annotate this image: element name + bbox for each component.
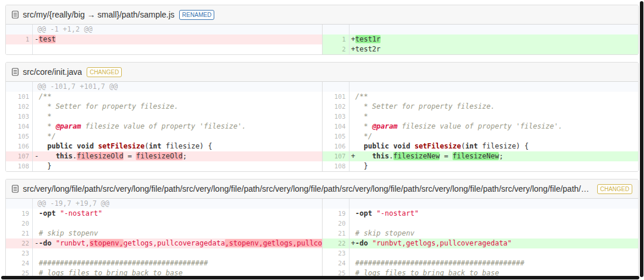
code-segment: filesizeNew [453,152,499,160]
line-number: 102 [6,102,33,112]
diff-row: 105 */ [323,132,639,141]
file-diff-panel: src/core/init.javaCHANGED@@ -101,7 +101,… [5,62,639,172]
code-segment: # skip stopenv [39,229,98,237]
code-line: # skip stopenv [350,229,639,238]
code-segment: filesize) { [162,142,213,150]
code-segment: "runbvt, [56,239,90,247]
code-segment: ( [461,142,465,150]
diff-left-pane: @@ -19,7 +19,7 @@19 -opt "-nostart"2021 … [6,199,322,278]
diff-row: 21 # skip stopenv [323,229,639,238]
line-number: 24 [6,258,33,268]
line-number: 22 [6,238,33,248]
line-number: 103 [323,112,350,122]
code-segment [389,142,393,150]
code-segment [351,259,355,267]
diff-right-pane: 19 -opt "-nostart"2021 # skip stopenv22+… [322,199,639,278]
file-header: src/very/long/file/path/src/very/long/fi… [6,179,638,199]
code-segment: "-nostart" [60,209,102,217]
line-number: 106 [323,141,350,151]
code-segment: . [389,152,393,160]
file-name: src/my/{really/big → small}/path/sample.… [23,10,174,19]
file-diff-panel: src/very/long/file/path/src/very/long/fi… [5,179,639,279]
horizontal-scrollbar[interactable] [1,276,639,279]
code-segment: int [149,142,162,150]
code-line: */ [350,132,639,141]
line-number [6,44,33,54]
line-number [6,82,33,92]
file-diff-panel: src/my/{really/big → small}/path/sample.… [5,5,639,55]
code-line: * [33,112,322,122]
code-segment: filesize value of property 'filesize'. [398,122,563,130]
code-segment: -opt [355,209,372,217]
code-segment: "-nostart" [376,209,419,217]
code-line: -opt "-nostart" [33,209,322,219]
code-line: /** [350,92,639,102]
diff-row: 107+ this.filesizeNew = filesizeNew; [323,151,639,161]
code-segment: this [372,152,389,160]
diff-row [323,199,639,209]
code-line [350,248,639,258]
diff-body: @@ -19,7 +19,7 @@19 -opt "-nostart"2021 … [6,199,638,278]
vertical-scrollbar[interactable] [640,1,643,277]
code-segment: */ [351,132,372,140]
file-icon [12,185,19,193]
code-segment: public [364,142,389,150]
code-line: public void setFilesize(int filesize) { [33,141,322,151]
code-segment [351,209,355,217]
file-status-badge: CHANGED [597,184,632,194]
code-segment: test [39,35,56,43]
line-number: 23 [323,248,350,258]
diff-row [6,44,322,54]
code-line: } [350,161,639,171]
hunk-header [350,82,639,92]
code-segment: filesizeOld [136,152,182,160]
line-number: 104 [6,122,33,132]
code-segment [351,229,355,237]
code-line: --do "runbvt,stopenv,getlogs,pullcoverag… [33,238,322,248]
diff-right-pane: 1+test1r2+test2r [322,25,639,54]
code-line: -test [33,34,322,44]
line-number: 23 [6,248,33,258]
code-segment: void [393,142,410,150]
line-number: 101 [323,92,350,102]
file-status-badge: RENAMED [179,10,214,20]
code-line: - this.filesizeOld = filesizeOld; [33,151,322,161]
line-number: 107 [6,151,33,161]
diff-body: @@ -101,7 +101,7 @@101 /**102 * Setter f… [6,82,638,171]
line-number: 21 [6,229,33,238]
code-line: ######################################## [350,258,639,268]
diff-right-pane: 101 /**102 * Setter for property filesiz… [322,82,639,171]
code-line [33,44,322,54]
diff-row: 101 /** [6,92,322,102]
line-number: 20 [323,219,350,229]
code-line: * @param filesize value of property 'fil… [350,122,639,132]
code-segment: -do [355,239,368,247]
code-segment: * [35,112,52,120]
hunk-header [350,199,639,209]
code-segment: } [351,162,368,170]
diff-viewer: src/my/{really/big → small}/path/sample.… [0,0,644,279]
code-segment: filesizeNew [393,152,440,160]
code-segment [372,209,376,217]
diff-row: 106 public void setFilesize(int filesize… [323,141,639,151]
code-line: # skip stopenv [33,229,322,238]
hunk-header: @@ -101,7 +101,7 @@ [33,82,322,92]
diff-row [323,82,639,92]
code-line: public void setFilesize(int filesize) { [350,141,639,151]
file-name: src/core/init.java [23,67,82,77]
file-header: src/my/{really/big → small}/path/sample.… [6,5,638,25]
diff-left-pane: @@ -1 +1,2 @@1-test [6,25,322,54]
code-line: ######################################## [33,258,322,268]
code-segment [35,142,47,150]
code-segment: + [351,35,355,43]
code-line: /** [33,92,322,102]
code-segment: * [351,112,368,120]
code-segment: test1r [355,35,381,43]
hunk-header: @@ -1 +1,2 @@ [33,25,322,34]
line-number: 104 [323,122,350,132]
code-line: * Setter for property filesize. [350,102,639,112]
diff-row: 23 [323,248,639,258]
line-number: 105 [323,132,350,141]
code-segment: ; [499,152,503,160]
code-line: +test2r [350,44,639,54]
